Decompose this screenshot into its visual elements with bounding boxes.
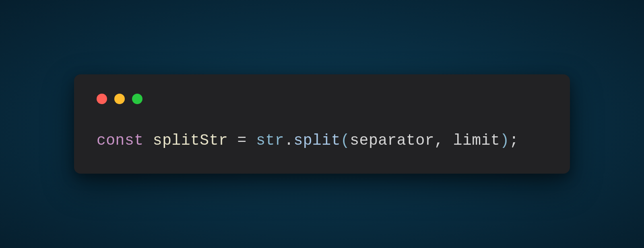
close-icon[interactable]: [97, 94, 107, 104]
token-param-separator: separator: [350, 132, 434, 149]
token-semicolon: ;: [509, 132, 518, 149]
token-param-limit: limit: [453, 132, 500, 149]
token-variable-splitstr: splitStr: [153, 132, 228, 149]
token-dot: .: [284, 132, 293, 149]
token-space: [247, 132, 256, 149]
minimize-icon[interactable]: [114, 94, 125, 104]
token-paren-open: (: [341, 132, 350, 149]
code-line: const splitStr = str.split(separator, li…: [97, 130, 547, 151]
token-object-str: str: [256, 132, 284, 149]
token-operator-assign: =: [237, 132, 247, 149]
window-controls: [97, 94, 547, 104]
token-space: [144, 132, 153, 149]
token-space: [228, 132, 237, 149]
token-paren-close: ): [500, 132, 509, 149]
code-window: const splitStr = str.split(separator, li…: [74, 74, 570, 174]
token-comma: ,: [434, 132, 453, 149]
token-keyword-const: const: [97, 132, 144, 149]
maximize-icon[interactable]: [132, 94, 142, 104]
token-method-split: split: [293, 132, 341, 149]
